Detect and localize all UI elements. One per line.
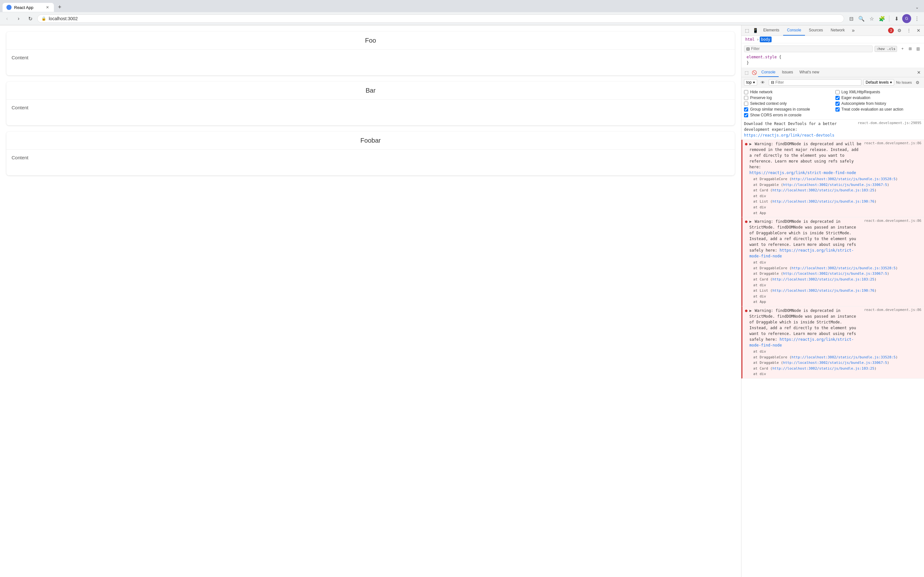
body-tag[interactable]: body xyxy=(760,37,772,42)
tab-close-button[interactable]: ✕ xyxy=(45,5,50,10)
stack-line-2-1: at div xyxy=(753,259,921,266)
devtools-more-options-button[interactable]: ⋮ xyxy=(905,26,913,35)
download-button[interactable]: ⬇ xyxy=(892,14,901,23)
expand-arrow-2[interactable]: ▶ xyxy=(750,219,752,224)
forward-button[interactable]: › xyxy=(14,14,23,23)
console-clear-button[interactable]: 🚫 xyxy=(750,69,758,76)
devtools-device-button[interactable]: 📱 xyxy=(751,26,759,35)
expand-arrow-1[interactable]: ▶ xyxy=(750,142,752,146)
card-link-2[interactable]: http://localhost:3002/static/js/bundle.j… xyxy=(772,277,874,282)
stack-line-1-7: at App xyxy=(753,210,921,216)
card-link-3[interactable]: http://localhost:3002/static/js/bundle.j… xyxy=(772,366,874,371)
devtools-close-button[interactable]: ✕ xyxy=(914,26,923,35)
toggle-element-state-button[interactable]: ⊞ xyxy=(907,45,914,52)
console-settings-button[interactable]: ⚙ xyxy=(914,79,921,86)
console-close-button[interactable]: ✕ xyxy=(915,69,923,76)
reload-button[interactable]: ↻ xyxy=(26,14,35,23)
console-msg-devtools-content: Download the React DevTools for a better… xyxy=(744,121,921,138)
tab-console[interactable]: Console xyxy=(783,25,805,35)
list-link-2[interactable]: http://localhost:3002/static/js/bundle.j… xyxy=(772,288,874,293)
draggable-link-3[interactable]: http://localhost:3002/static/js/bundle.j… xyxy=(783,361,887,365)
group-similar-checkbox[interactable] xyxy=(744,107,748,111)
cast-button[interactable]: ⊟ xyxy=(846,14,856,23)
eager-evaluation-label: Eager evaluation xyxy=(842,95,871,100)
draggable-core-link-3[interactable]: http://localhost:3002/static/js/bundle.j… xyxy=(792,355,896,359)
menu-button[interactable]: ⋮ xyxy=(913,14,921,23)
devtools-settings-button[interactable]: ⚙ xyxy=(895,26,903,35)
devtools-inspect-button[interactable]: ⬚ xyxy=(743,26,751,35)
treat-code-row: Treat code evaluation as user action xyxy=(835,107,922,111)
draggable-core-link-1[interactable]: http://localhost:3002/static/js/bundle.j… xyxy=(792,177,896,181)
console-filter[interactable]: ⊟ xyxy=(769,79,861,85)
draggable-link-2[interactable]: http://localhost:3002/static/js/bundle.j… xyxy=(783,271,887,276)
eye-button[interactable]: 👁 xyxy=(759,79,767,86)
strict-mode-link-3[interactable]: https://reactjs.org/link/strict-mode-fin… xyxy=(750,337,854,348)
devtools-link[interactable]: https://reactjs.org/link/react-devtools xyxy=(744,133,835,137)
autocomplete-history-checkbox[interactable] xyxy=(835,102,840,106)
subtab-whats-new[interactable]: What's new xyxy=(796,68,822,77)
console-msg-error2-text: ▶ Warning: findDOMNode is deprecated in … xyxy=(750,219,861,259)
hide-network-checkbox[interactable] xyxy=(744,90,748,94)
subtab-issues[interactable]: Issues xyxy=(779,68,796,77)
extension-button[interactable]: 🧩 xyxy=(877,14,887,23)
more-tabs-button[interactable]: » xyxy=(849,26,857,35)
address-bar[interactable]: 🔒 localhost:3002 xyxy=(37,15,844,23)
list-link-1[interactable]: http://localhost:3002/static/js/bundle.j… xyxy=(772,199,874,203)
strict-mode-link-2[interactable]: https://reactjs.org/link/strict-mode-fin… xyxy=(750,248,854,258)
eager-evaluation-checkbox[interactable] xyxy=(835,96,840,100)
filter-funnel-icon: ⊟ xyxy=(771,80,774,85)
card-link-1[interactable]: http://localhost:3002/static/js/bundle.j… xyxy=(772,188,874,192)
style-rules: element.style { } xyxy=(744,54,921,66)
log-levels-text: Default levels xyxy=(866,80,889,85)
profile-button[interactable]: G xyxy=(902,14,911,23)
back-button[interactable]: ‹ xyxy=(3,14,11,23)
treat-code-checkbox[interactable] xyxy=(835,107,840,111)
console-filter-input[interactable] xyxy=(775,80,859,85)
console-msg-error1: ● ▶ Warning: findDOMNode is deprecated a… xyxy=(741,140,924,218)
tab-sources[interactable]: Sources xyxy=(805,25,827,35)
draggable-link-1[interactable]: http://localhost:3002/static/js/bundle.j… xyxy=(783,183,887,187)
stack-line-3-4: at Card (http://localhost:3002/static/js… xyxy=(753,366,921,372)
subtab-console[interactable]: Console xyxy=(758,68,779,77)
hov-pseudo-button[interactable]: :hov .cls xyxy=(875,46,897,52)
search-button[interactable]: 🔍 xyxy=(857,14,866,23)
show-cors-label: Show CORS errors in console xyxy=(750,113,801,117)
card-foobar: Foobar Content xyxy=(6,132,735,175)
log-xmlhttp-checkbox[interactable] xyxy=(835,90,840,94)
console-msg-error2: ● ▶ Warning: findDOMNode is deprecated i… xyxy=(741,218,924,306)
add-style-rule-button[interactable]: + xyxy=(899,45,906,52)
new-style-rule-button[interactable]: ▥ xyxy=(914,45,921,52)
card-bar-header: Bar xyxy=(6,82,735,100)
expand-arrow-3[interactable]: ▶ xyxy=(750,308,752,313)
context-selector[interactable]: top ▾ xyxy=(744,79,757,85)
card-foo-content: Content xyxy=(6,50,735,75)
new-tab-button[interactable]: + xyxy=(55,3,64,11)
show-cors-checkbox[interactable] xyxy=(744,113,748,117)
tab-network[interactable]: Network xyxy=(827,25,849,35)
strict-mode-link-1[interactable]: https://reactjs.org/link/strict-mode-fin… xyxy=(750,171,856,175)
log-levels-selector[interactable]: Default levels ▾ xyxy=(863,79,894,85)
selected-context-checkbox[interactable] xyxy=(744,102,748,106)
html-tag[interactable]: html xyxy=(744,37,756,42)
log-xmlhttp-row: Log XMLHttpRequests xyxy=(835,90,922,94)
tab-title: React App xyxy=(14,5,42,10)
console-settings: Hide network Log XMLHttpRequests Preserv… xyxy=(741,88,924,119)
context-value: top xyxy=(746,80,752,85)
bookmark-button[interactable]: ☆ xyxy=(867,14,876,23)
preserve-log-checkbox[interactable] xyxy=(744,96,748,100)
active-tab[interactable]: React App ✕ xyxy=(3,3,54,12)
console-toolbar: top ▾ 👁 ⊟ Default levels ▾ No Issues ⚙ xyxy=(741,77,924,88)
stack-line-2-6: at List (http://localhost:3002/static/js… xyxy=(753,288,921,293)
tab-expand-button[interactable]: ⌄ xyxy=(913,3,921,11)
console-msg-devtools-header: Download the React DevTools for a better… xyxy=(744,121,921,138)
card-foo-header: Foo xyxy=(6,32,735,50)
console-panel: ⬚ 🚫 Console Issues What's new ✕ top ▾ 👁 … xyxy=(741,68,924,577)
style-selector-text: element.style xyxy=(746,55,777,59)
draggable-core-link-2[interactable]: http://localhost:3002/static/js/bundle.j… xyxy=(792,266,896,270)
tab-elements[interactable]: Elements xyxy=(759,25,783,35)
console-expand-button[interactable]: ⬚ xyxy=(743,69,750,76)
styles-filter-input[interactable] xyxy=(751,47,790,51)
tab-bar: React App ✕ + ⌄ xyxy=(0,0,924,12)
console-msg-devtools: Download the React DevTools for a better… xyxy=(741,119,924,140)
styles-filter[interactable]: ⊟ xyxy=(744,45,873,52)
